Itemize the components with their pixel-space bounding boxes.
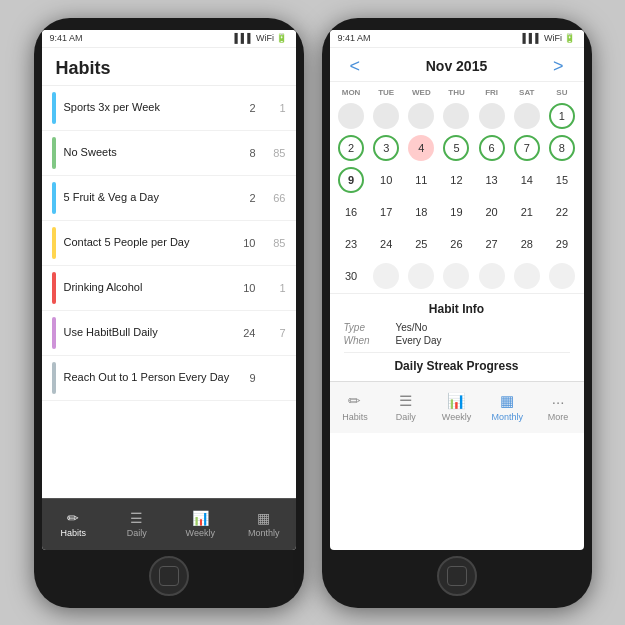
calendar-day: 29 (549, 231, 575, 257)
habits-icon: ✏ (67, 510, 79, 526)
left-home-button[interactable] (149, 556, 189, 596)
calendar-grid: 1234567891011121314151617181920212223242… (330, 99, 584, 293)
calendar-cell[interactable] (509, 261, 544, 291)
calendar-cell[interactable] (369, 261, 404, 291)
calendar-cell[interactable]: 26 (439, 229, 474, 259)
left-status-bar: 9:41 AM ▌▌▌ WiFi 🔋 (42, 30, 296, 48)
calendar-cell[interactable]: 4 (404, 133, 439, 163)
calendar-cell[interactable]: 15 (544, 165, 579, 195)
calendar-day: 7 (514, 135, 540, 161)
right-tab-label: Habits (342, 412, 368, 422)
calendar-cell[interactable]: 30 (334, 261, 369, 291)
calendar-cell[interactable]: 19 (439, 197, 474, 227)
calendar-day-headers: MONTUEWEDTHUFRISATSU (330, 82, 584, 99)
calendar-cell[interactable] (439, 101, 474, 131)
calendar-day: 3 (373, 135, 399, 161)
calendar-cell[interactable] (474, 261, 509, 291)
calendar-cell[interactable]: 22 (544, 197, 579, 227)
right-tab-more[interactable]: ···More (533, 393, 584, 422)
habit-row[interactable]: 5 Fruit & Veg a Day266 (42, 176, 296, 221)
calendar-cell[interactable]: 3 (369, 133, 404, 163)
habit-pct: 7 (264, 327, 286, 339)
calendar-cell[interactable]: 24 (369, 229, 404, 259)
tab-habits[interactable]: ✏Habits (42, 510, 106, 538)
calendar-cell[interactable] (474, 101, 509, 131)
calendar-cell[interactable] (439, 261, 474, 291)
tab-label: Monthly (248, 528, 280, 538)
calendar-cell[interactable] (334, 101, 369, 131)
calendar-cell[interactable]: 9 (334, 165, 369, 195)
calendar-cell[interactable]: 21 (509, 197, 544, 227)
habit-color-bar (52, 317, 56, 349)
calendar-cell[interactable] (509, 101, 544, 131)
habit-count: 8 (240, 147, 256, 159)
calendar-cell[interactable] (404, 261, 439, 291)
calendar-cell[interactable]: 2 (334, 133, 369, 163)
habit-row[interactable]: Sports 3x per Week21 (42, 86, 296, 131)
habit-count: 2 (240, 102, 256, 114)
day-header: SU (544, 86, 579, 99)
calendar-cell[interactable]: 16 (334, 197, 369, 227)
calendar-cell[interactable]: 18 (404, 197, 439, 227)
calendar-cell[interactable]: 14 (509, 165, 544, 195)
tab-daily[interactable]: ☰Daily (105, 510, 169, 538)
calendar-day: 2 (338, 135, 364, 161)
calendar-day: 23 (338, 231, 364, 257)
habit-row[interactable]: No Sweets885 (42, 131, 296, 176)
habit-count: 10 (240, 237, 256, 249)
tab-monthly[interactable]: ▦Monthly (232, 510, 296, 538)
right-tab-daily[interactable]: ☰Daily (380, 392, 431, 422)
right-tab-weekly[interactable]: 📊Weekly (431, 392, 482, 422)
habit-name: Use HabitBull Daily (64, 325, 232, 339)
day-header: WED (404, 86, 439, 99)
month-title: Nov 2015 (426, 58, 487, 74)
calendar-cell[interactable]: 11 (404, 165, 439, 195)
calendar-day (338, 103, 364, 129)
calendar-cell[interactable]: 13 (474, 165, 509, 195)
right-tab-habits[interactable]: ✏Habits (330, 392, 381, 422)
right-tab-monthly[interactable]: ▦Monthly (482, 392, 533, 422)
calendar-cell[interactable]: 1 (544, 101, 579, 131)
tab-weekly[interactable]: 📊Weekly (169, 510, 233, 538)
next-month-button[interactable]: > (547, 56, 570, 77)
more-tab-icon: ··· (552, 393, 565, 410)
tab-label: Weekly (186, 528, 215, 538)
calendar-cell[interactable]: 17 (369, 197, 404, 227)
calendar-cell[interactable]: 27 (474, 229, 509, 259)
calendar-cell[interactable] (369, 101, 404, 131)
calendar-cell[interactable]: 20 (474, 197, 509, 227)
calendar-cell[interactable]: 7 (509, 133, 544, 163)
habits-tab-icon: ✏ (348, 392, 361, 410)
calendar-cell[interactable]: 6 (474, 133, 509, 163)
calendar-cell[interactable]: 12 (439, 165, 474, 195)
day-header: MON (334, 86, 369, 99)
calendar-cell[interactable]: 8 (544, 133, 579, 163)
right-home-button[interactable] (437, 556, 477, 596)
habit-row[interactable]: Contact 5 People per Day1085 (42, 221, 296, 266)
right-status-bar: 9:41 AM ▌▌▌ WiFi 🔋 (330, 30, 584, 48)
calendar-cell[interactable]: 23 (334, 229, 369, 259)
habit-row[interactable]: Drinking Alcohol101 (42, 266, 296, 311)
habit-count: 24 (240, 327, 256, 339)
left-tab-bar: ✏Habits☰Daily📊Weekly▦Monthly (42, 498, 296, 550)
calendar-day (479, 103, 505, 129)
when-label: When (344, 335, 380, 346)
home-button-inner (159, 566, 179, 586)
right-tab-bar: ✏Habits☰Daily📊Weekly▦Monthly···More (330, 381, 584, 433)
habits-list: Sports 3x per Week21No Sweets8855 Fruit … (42, 86, 296, 498)
calendar-cell[interactable]: 10 (369, 165, 404, 195)
daily-tab-icon: ☰ (399, 392, 412, 410)
prev-month-button[interactable]: < (344, 56, 367, 77)
calendar-cell[interactable]: 28 (509, 229, 544, 259)
habit-row[interactable]: Reach Out to 1 Person Every Day9 (42, 356, 296, 401)
calendar-cell[interactable]: 5 (439, 133, 474, 163)
calendar-cell[interactable] (544, 261, 579, 291)
habit-name: 5 Fruit & Veg a Day (64, 190, 232, 204)
calendar-cell[interactable]: 29 (544, 229, 579, 259)
calendar-cell[interactable]: 25 (404, 229, 439, 259)
calendar-day: 20 (479, 199, 505, 225)
calendar-cell[interactable] (404, 101, 439, 131)
calendar-day: 15 (549, 167, 575, 193)
habit-row[interactable]: Use HabitBull Daily247 (42, 311, 296, 356)
calendar-day (514, 263, 540, 289)
